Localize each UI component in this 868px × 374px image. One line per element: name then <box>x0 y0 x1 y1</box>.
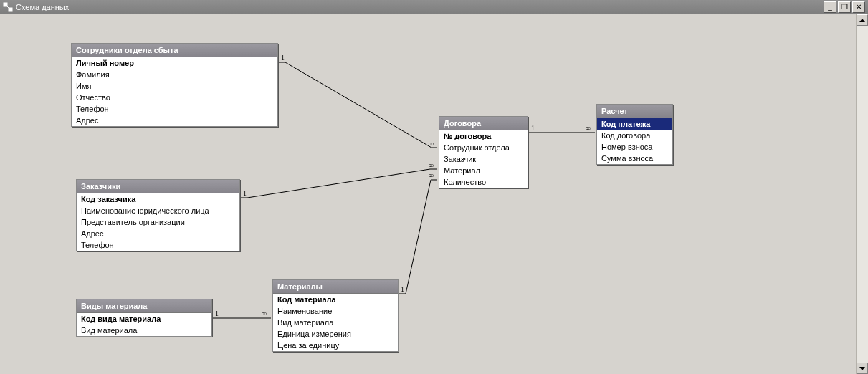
field-pk[interactable]: Код материала <box>273 294 398 305</box>
field[interactable]: Цена за единицу <box>273 340 398 351</box>
field[interactable]: Сотрудник отдела <box>439 142 528 153</box>
cardinality-one: 1 <box>215 310 219 317</box>
table-header[interactable]: Материалы <box>273 280 398 294</box>
field-pk[interactable]: Код заказчика <box>77 193 239 205</box>
field[interactable]: Наименование <box>273 305 398 317</box>
table-header[interactable]: Сотрудники отдела сбыта <box>72 44 277 57</box>
field[interactable]: Сумма взноса <box>597 153 672 164</box>
cardinality-many: ∞ <box>262 310 267 317</box>
window-title: Схема данных <box>16 3 69 11</box>
relationships-icon <box>3 2 13 12</box>
field[interactable]: Номер взноса <box>597 141 672 153</box>
field[interactable]: Количество <box>439 176 528 188</box>
table-header[interactable]: Договора <box>439 117 528 130</box>
relationship-canvas[interactable]: 1 ∞ 1 ∞ 1 ∞ 1 ∞ 1 ∞ Сотрудники отдела сб… <box>0 14 857 374</box>
chevron-down-icon <box>859 367 865 370</box>
field[interactable]: Адрес <box>77 228 239 239</box>
close-button[interactable]: ✕ <box>852 1 865 13</box>
field[interactable]: Код договора <box>597 130 672 141</box>
field[interactable]: Фамилия <box>72 69 277 80</box>
table-box-dogovora[interactable]: Договора № договора Сотрудник отдела Зак… <box>439 116 528 188</box>
field[interactable]: Вид материала <box>273 317 398 328</box>
table-header[interactable]: Расчет <box>597 105 672 118</box>
cardinality-one: 1 <box>243 189 247 197</box>
cardinality-one: 1 <box>281 54 285 62</box>
scroll-up-button[interactable] <box>857 14 868 26</box>
field[interactable]: Наименование юридического лица <box>77 205 239 216</box>
minimize-button[interactable]: _ <box>824 1 836 13</box>
table-box-materialy[interactable]: Материалы Код материала Наименование Вид… <box>272 279 399 352</box>
field[interactable]: Телефон <box>72 103 277 115</box>
field[interactable]: Вид материала <box>77 325 211 336</box>
field-pk[interactable]: Личный номер <box>72 57 277 69</box>
mdi-child-window: Схема данных _ ❐ ✕ 1 ∞ 1 ∞ <box>0 0 868 374</box>
cardinality-one: 1 <box>531 124 535 132</box>
table-box-vidy-materiala[interactable]: Виды материала Код вида материала Вид ма… <box>76 299 212 337</box>
svg-rect-1 <box>9 8 12 11</box>
field[interactable]: Отчество <box>72 92 277 103</box>
field[interactable]: Представитель организации <box>77 216 239 228</box>
cardinality-many: ∞ <box>586 124 591 132</box>
cardinality-one: 1 <box>401 285 404 293</box>
svg-rect-0 <box>4 3 7 6</box>
field[interactable]: Телефон <box>77 239 239 251</box>
table-box-raschet[interactable]: Расчет Код платежа Код договора Номер вз… <box>596 104 673 165</box>
field[interactable]: Имя <box>72 80 277 92</box>
table-header[interactable]: Виды материала <box>77 299 211 313</box>
chevron-up-icon <box>859 19 865 22</box>
scroll-down-button[interactable] <box>857 363 868 374</box>
svg-line-2 <box>7 6 9 8</box>
vertical-scrollbar[interactable] <box>856 14 868 374</box>
scroll-track[interactable] <box>857 26 868 363</box>
title-bar[interactable]: Схема данных _ ❐ ✕ <box>0 0 868 15</box>
cardinality-many: ∞ <box>429 140 434 148</box>
table-box-zakazchiki[interactable]: Заказчики Код заказчика Наименование юри… <box>76 179 240 251</box>
field[interactable]: Заказчик <box>439 153 528 165</box>
field-pk[interactable]: Код вида материала <box>77 313 211 325</box>
field-pk-selected[interactable]: Код платежа <box>597 118 672 130</box>
field[interactable]: Адрес <box>72 115 277 126</box>
client-area: 1 ∞ 1 ∞ 1 ∞ 1 ∞ 1 ∞ Сотрудники отдела сб… <box>0 14 868 374</box>
field-pk[interactable]: № договора <box>439 130 528 142</box>
field[interactable]: Единица измерения <box>273 328 398 340</box>
restore-button[interactable]: ❐ <box>838 1 851 13</box>
field[interactable]: Материал <box>439 165 528 176</box>
table-header[interactable]: Заказчики <box>77 180 239 193</box>
cardinality-many: ∞ <box>429 171 434 179</box>
cardinality-many: ∞ <box>429 161 434 169</box>
table-box-sotrudniki[interactable]: Сотрудники отдела сбыта Личный номер Фам… <box>71 43 278 127</box>
